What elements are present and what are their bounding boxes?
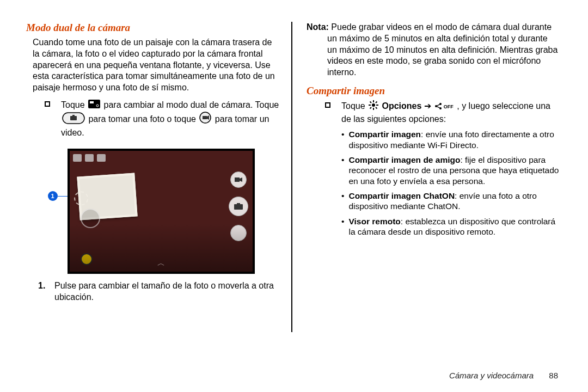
bullet-text-mid1: para cambiar al modo dual de cámara. Toq… [104, 100, 279, 109]
figure-dual-camera: 1 [48, 149, 255, 274]
footer-page-number: 88 [549, 371, 558, 380]
arrow-icon: ➔ [424, 101, 431, 111]
page: Modo dual de la cámara Cuando tome una f… [0, 0, 588, 303]
svg-line-25 [437, 105, 440, 106]
heading-dual-camera: Modo dual de la cámara [26, 22, 280, 34]
bullet-text-pre: Toque [61, 100, 87, 109]
step-number: 1. [38, 280, 54, 303]
bullet-dot-icon: • [341, 216, 344, 237]
list-item: • Visor remoto: establezca un dispositiv… [341, 216, 561, 237]
bullet-text-mid2: para tomar una foto o toque [88, 114, 198, 124]
list-item: • Compartir imagen: envíe una foto direc… [341, 129, 561, 150]
svg-rect-5 [72, 115, 75, 117]
item-title: Compartir imagen [348, 130, 421, 139]
bullet-content: Toque Opciones ➔ OFF , y luego seleccion… [341, 100, 561, 125]
svg-line-19 [376, 107, 377, 109]
item-title: Compartir imagen de amigo [348, 155, 460, 164]
right-column: Nota: Puede grabar videos en el modo de … [291, 22, 566, 303]
bullet-content: Toque para cambiar al modo dual de cámar… [61, 99, 280, 139]
shutter-button-icon [229, 197, 248, 216]
bullet-marker-icon [45, 101, 50, 107]
dual-camera-switch-icon [88, 100, 100, 112]
column-divider [291, 22, 292, 332]
step-1: 1. Pulse para cambiar el tamaño de la fo… [38, 280, 280, 303]
list-item: • Compartir imagen ChatON: envíe una fot… [341, 191, 561, 212]
note-first-line: Puede grabar videos en el modo de cámara… [329, 22, 552, 32]
step-text: Pulse para cambiar el tamaño de la foto … [54, 280, 280, 303]
svg-rect-0 [88, 100, 100, 108]
item-title: Compartir imagen ChatON [348, 191, 455, 200]
svg-rect-12 [237, 203, 240, 205]
callout-badge: 1 [48, 191, 58, 201]
left-column: Modo dual de la cámara Cuando tome una f… [16, 22, 291, 303]
intro-text: Cuando tome una foto de un paisaje con l… [33, 37, 278, 94]
svg-rect-1 [90, 101, 94, 103]
svg-point-13 [372, 103, 375, 107]
topbar-icon [97, 154, 106, 162]
bullet-dual-camera: Toque para cambiar al modo dual de cámar… [45, 99, 280, 139]
bullet-dot-icon: • [341, 191, 344, 212]
note-label: Nota: [307, 22, 329, 32]
opciones-label: Opciones [382, 101, 424, 111]
topbar-icon [85, 154, 94, 162]
footer-section: Cámara y videocámara [449, 371, 534, 380]
share-options-list: • Compartir imagen: envíe una foto direc… [302, 129, 561, 237]
item-title: Visor remoto [348, 217, 400, 226]
gear-icon [369, 100, 378, 113]
topbar-icon [73, 154, 82, 162]
bullet-marker-icon [325, 102, 330, 108]
txt-pre: Toque [341, 101, 367, 111]
list-item: • Compartir imagen de amigo: fije el dis… [341, 155, 561, 186]
svg-line-21 [376, 101, 377, 103]
record-video-icon [199, 112, 211, 127]
video-button-icon [230, 171, 247, 188]
heading-share-image: Compartir imagen [307, 85, 561, 97]
chevron-up-icon: ︿ [157, 259, 165, 268]
preview-topbar [73, 154, 106, 162]
svg-marker-10 [240, 177, 242, 182]
bullet-dot-icon: • [341, 155, 344, 186]
svg-rect-11 [234, 204, 243, 210]
camera-preview-frame: ︿ [68, 149, 255, 274]
note-block: Nota: Puede grabar videos en el modo de … [307, 22, 558, 78]
svg-line-26 [437, 107, 440, 108]
bullet-dot-icon: • [341, 129, 344, 150]
svg-rect-9 [235, 177, 240, 182]
svg-line-18 [370, 101, 372, 103]
share-off-icon: OFF [434, 102, 454, 110]
note-rest: un máximo de 5 minutos en alta definició… [327, 33, 558, 78]
bullet-share: Toque Opciones ➔ OFF , y luego seleccion… [325, 100, 561, 125]
svg-rect-7 [203, 116, 207, 119]
svg-line-20 [370, 107, 372, 109]
shutter-photo-icon [62, 112, 85, 127]
svg-rect-4 [70, 116, 77, 120]
page-footer: Cámara y videocámara 88 [449, 371, 558, 380]
